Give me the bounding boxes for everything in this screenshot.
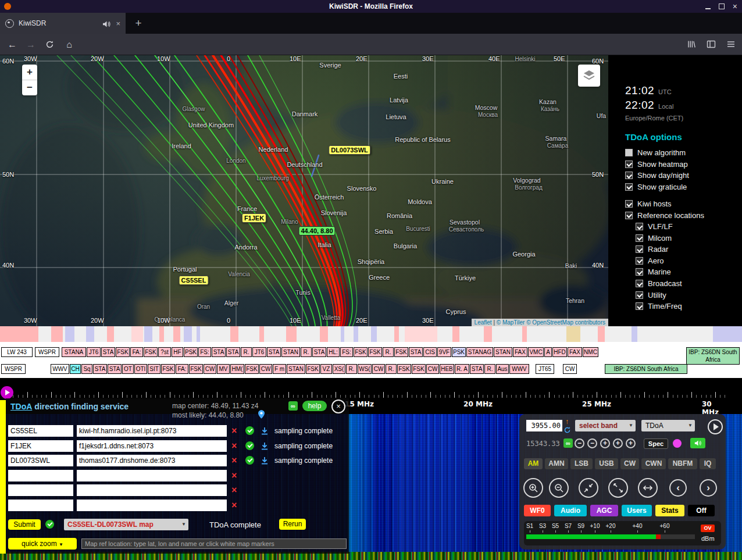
checkbox-icon[interactable] — [625, 183, 633, 191]
extension-select[interactable]: TDoA▼ — [641, 420, 695, 431]
band-label[interactable]: FS: — [198, 347, 211, 357]
magnify-plus-button[interactable] — [523, 478, 543, 498]
panel-button-users[interactable]: Users — [622, 505, 652, 516]
checkbox-icon[interactable] — [636, 302, 643, 310]
ibp-label-2[interactable]: IBP: ZS6DN South Africa — [605, 364, 687, 374]
map-zoom-out-button[interactable]: − — [22, 80, 37, 95]
band-label[interactable]: STAN — [287, 364, 305, 374]
zoom-step-button[interactable]: − — [575, 438, 584, 448]
station-id-input[interactable] — [8, 470, 73, 481]
band-segment[interactable] — [230, 326, 238, 342]
checkbox-icon[interactable] — [636, 291, 643, 299]
zoom-step-button[interactable]: + — [613, 438, 623, 448]
submit-button[interactable]: Submit — [8, 519, 41, 530]
band-segment[interactable] — [320, 326, 328, 342]
frequency-input[interactable] — [526, 420, 562, 431]
map-ref-input[interactable] — [81, 538, 347, 549]
band-segment[interactable] — [197, 326, 200, 342]
band-label[interactable]: STA — [470, 364, 484, 374]
band-label[interactable]: FAX — [568, 347, 582, 357]
band-segment[interactable] — [107, 326, 114, 342]
checkbox-icon[interactable] — [625, 160, 633, 168]
home-button[interactable]: ⌂ — [62, 38, 77, 52]
mode-amn[interactable]: AMN — [545, 458, 568, 469]
checkbox-icon[interactable] — [636, 257, 643, 265]
leaflet-link[interactable]: Leaflet — [475, 319, 492, 326]
band-label[interactable]: FSK — [189, 364, 203, 374]
band-label[interactable]: R. A — [455, 364, 469, 374]
band-segment[interactable] — [371, 326, 377, 342]
band-label[interactable]: STA — [108, 364, 122, 374]
ibp-label-1[interactable]: IBP: ZS6DN South Africa — [686, 347, 740, 365]
station-marker-label[interactable]: F1JEK — [242, 213, 266, 223]
checkbox-icon[interactable] — [636, 280, 643, 287]
checkbox-icon[interactable] — [636, 245, 643, 253]
station-host-input[interactable] — [77, 470, 227, 481]
next-button[interactable]: › — [700, 479, 717, 497]
band-label[interactable]: FSK — [306, 364, 320, 374]
option-utility[interactable]: Utility — [636, 291, 666, 299]
band-label[interactable]: R. — [301, 347, 312, 357]
station-id-input[interactable] — [8, 500, 73, 511]
osm-link[interactable]: © OpenStreetMap contributors — [526, 319, 605, 326]
band-label[interactable]: CW — [372, 364, 385, 374]
back-button[interactable]: ← — [5, 38, 20, 52]
band-label[interactable]: HEB — [440, 364, 454, 374]
map[interactable]: HelsinkiSverigeEestiLatvijaLietuvaMoscow… — [0, 55, 608, 326]
panel-button-audio[interactable]: Audio — [554, 505, 587, 516]
checkbox-icon[interactable] — [636, 223, 643, 230]
zoom-in-arrows-button[interactable] — [579, 478, 598, 498]
band-segment[interactable] — [452, 326, 459, 342]
mode-cw[interactable]: CW — [620, 458, 639, 469]
band-label[interactable]: R. — [484, 364, 495, 374]
new-tab-button[interactable]: + — [130, 15, 147, 31]
option-reference-locations[interactable]: Reference locations — [625, 211, 704, 220]
mode-iq[interactable]: IQ — [700, 458, 716, 469]
band-segment[interactable] — [144, 326, 152, 342]
rerun-button[interactable]: Rerun — [279, 519, 306, 530]
band-label[interactable]: FS: — [340, 347, 353, 357]
refresh-icon[interactable] — [563, 426, 571, 436]
band-label[interactable]: JT6 — [252, 347, 266, 357]
band-label[interactable]: JT65 — [536, 364, 554, 374]
minimize-button[interactable] — [705, 8, 711, 9]
clear-row-icon[interactable]: × — [231, 455, 237, 466]
band-label[interactable]: FSK — [394, 347, 408, 357]
mode-lsb[interactable]: LSB — [570, 458, 593, 469]
band-label[interactable]: FSK — [116, 347, 130, 357]
zoom-step-button[interactable]: + — [600, 438, 610, 448]
station-host-input[interactable] — [77, 425, 227, 437]
band-segment[interactable] — [65, 326, 74, 342]
station-id-input[interactable] — [8, 455, 73, 466]
band-label[interactable]: OTI — [134, 364, 147, 374]
band-segment[interactable] — [405, 326, 437, 342]
sidebar-toggle-icon[interactable] — [704, 39, 719, 53]
band-segment[interactable] — [0, 326, 38, 342]
prev-button[interactable]: ‹ — [669, 479, 687, 497]
band-segment[interactable] — [341, 326, 344, 342]
band-segment[interactable] — [394, 326, 399, 342]
most-likely-label[interactable]: 44.40, 8.80 — [298, 226, 335, 236]
speaker-button[interactable] — [690, 438, 705, 448]
band-label[interactable]: STAN — [281, 347, 300, 357]
mode-usb[interactable]: USB — [595, 458, 618, 469]
link-icon[interactable]: ∞ — [563, 438, 573, 448]
checkbox-icon[interactable] — [625, 149, 633, 156]
panel-button-stats[interactable]: Stats — [655, 505, 684, 516]
zoom-step-button[interactable]: − — [587, 438, 597, 448]
menu-hamburger-icon[interactable] — [723, 39, 739, 53]
band-label[interactable]: STA — [409, 347, 423, 357]
band-label[interactable]: CIS — [423, 347, 437, 357]
band-label[interactable]: CW — [204, 364, 216, 374]
band-label[interactable]: FSK — [397, 364, 411, 374]
band-label[interactable]: STANAG — [466, 347, 493, 357]
band-label[interactable]: FA: — [176, 364, 188, 374]
option-new-algorithm[interactable]: New algorithm — [625, 148, 686, 157]
band-label[interactable]: FSK — [412, 364, 426, 374]
station-host-input[interactable] — [77, 484, 227, 496]
mode-cwn[interactable]: CWN — [641, 458, 666, 469]
map-zoom-in-button[interactable]: + — [22, 65, 37, 80]
download-icon[interactable] — [261, 442, 269, 450]
band-label[interactable]: VMC — [528, 347, 544, 357]
window-close-button[interactable]: × — [733, 2, 737, 10]
